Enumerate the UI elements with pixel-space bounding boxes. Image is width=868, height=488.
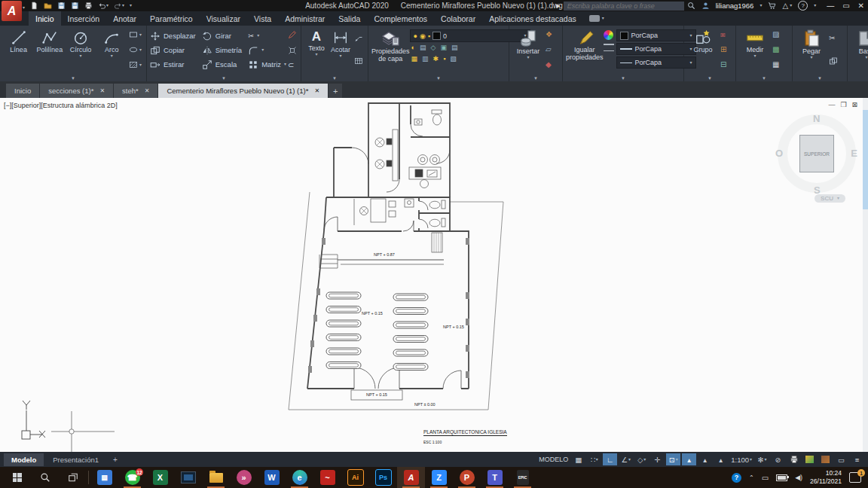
scale-button[interactable]: Escala	[202, 59, 242, 70]
customization-menu-button[interactable]: ≡	[850, 453, 864, 465]
group-button[interactable]: Grupo	[687, 27, 719, 53]
linetype-icon[interactable]	[604, 50, 614, 51]
drawing-canvas[interactable]: [−][Superior][Estructura alámbrica 2D] —…	[0, 98, 868, 452]
tab-aplicaciones-destacadas[interactable]: Aplicaciones destacadas	[482, 11, 583, 26]
edit-block-icon[interactable]: ▱	[546, 46, 552, 53]
tab-complementos[interactable]: Complementos	[367, 11, 434, 26]
layer-tool-icon[interactable]: ▤	[420, 44, 426, 51]
workspace-settings[interactable]: ✻▾	[755, 453, 769, 465]
layer-tool-icon[interactable]: ▣	[440, 44, 447, 51]
battery-icon[interactable]	[776, 474, 787, 481]
plot-status-button[interactable]	[787, 453, 801, 465]
viewport-minimize-icon[interactable]: —	[828, 101, 835, 108]
lineweight-icon[interactable]	[604, 44, 614, 45]
ungroup-icon[interactable]: ⧆	[720, 31, 726, 38]
annotation-scale-button[interactable]: ▴	[714, 453, 728, 465]
layer-tool-icon[interactable]: ▪	[443, 56, 445, 63]
circle-button[interactable]: Círculo▾	[66, 27, 96, 58]
tablet-icon[interactable]: ▭	[762, 474, 769, 482]
clip-button[interactable]: ⊂	[288, 62, 297, 69]
panel-modificar-expander[interactable]: ▼	[147, 75, 301, 81]
arc-button[interactable]: Arco▾	[96, 27, 127, 58]
layer-tool-icon[interactable]: ✱	[433, 56, 439, 63]
app-store-cart-icon[interactable]	[768, 2, 776, 10]
layer-tool-icon[interactable]: ◐	[411, 44, 415, 51]
search-icon[interactable]	[687, 2, 695, 10]
new-file-button[interactable]	[30, 2, 38, 10]
polyline-button[interactable]: Polilínea	[34, 27, 65, 53]
volume-icon[interactable]: ◀)	[795, 474, 802, 481]
scale-selector[interactable]: 1:100▾	[729, 453, 753, 465]
hardware-acceleration-button[interactable]	[818, 453, 833, 465]
block-attributes-icon[interactable]: ◆	[546, 61, 552, 69]
taskbar-clock[interactable]: 10:24 26/11/2021	[810, 469, 842, 486]
panel-capas-expander[interactable]: ▼	[368, 75, 509, 81]
insert-block-button[interactable]: Insertar▾	[512, 27, 544, 59]
rectangle-button[interactable]: ▾	[129, 30, 142, 39]
quick-select-icon[interactable]: ▨	[772, 31, 779, 38]
copy-button[interactable]: Copiar	[150, 45, 196, 56]
tab-anotar[interactable]: Anotar	[106, 11, 143, 26]
rotate-button[interactable]: Girar	[202, 31, 242, 41]
model-space-button[interactable]: MODELO	[537, 453, 570, 465]
tab-administrar[interactable]: Administrar	[278, 11, 332, 26]
scrollbar-thumb[interactable]	[863, 110, 868, 209]
help-tray-button[interactable]: ?	[732, 473, 741, 483]
panel-dibujo-expander[interactable]: ▼	[0, 75, 146, 81]
panel-propiedades-expander[interactable]: ▼	[563, 75, 683, 81]
viewport-controls-label[interactable]: [−][Superior][Estructura alámbrica 2D]	[4, 102, 118, 109]
canvas-scrollbar[interactable]	[863, 98, 868, 452]
trim-button[interactable]: ✂▾	[248, 32, 286, 40]
isometric-toggle[interactable]: ◇▾	[634, 453, 649, 465]
tray-expand-button[interactable]: ⌃	[749, 474, 754, 481]
polar-tracking-toggle[interactable]: ∠▾	[619, 453, 633, 465]
photoshop-button[interactable]: Ps	[369, 467, 397, 488]
autodesk-connect-icon[interactable]: △▾	[782, 2, 792, 10]
epic-games-button[interactable]: EPIC	[509, 467, 536, 488]
panel-base-expander[interactable]: ▼	[848, 75, 868, 81]
open-file-button[interactable]	[44, 2, 52, 10]
group-select-icon[interactable]: ⊟	[720, 61, 726, 69]
tab-visualizar[interactable]: Visualizar	[200, 11, 247, 26]
stretch-button[interactable]: Estirar	[150, 59, 196, 70]
help-caret-icon[interactable]: ▾	[814, 4, 816, 8]
excel-button[interactable]: X	[146, 467, 174, 488]
tab-inicio[interactable]: Inicio	[29, 11, 61, 26]
color-wheel-icon[interactable]	[604, 30, 613, 40]
save-button[interactable]	[57, 2, 66, 10]
viewport-restore-icon[interactable]: ❒	[840, 101, 846, 108]
microsoft-store-button[interactable]: ▤	[90, 467, 118, 488]
task-view-button[interactable]	[59, 467, 87, 488]
isolate-objects-button[interactable]: ⊘	[771, 453, 785, 465]
mirror-button[interactable]: Simetría	[202, 45, 242, 56]
file-tab-inicio[interactable]: Inicio	[6, 84, 39, 98]
zoom-button[interactable]: Z	[425, 467, 453, 488]
account-caret-icon[interactable]: ▾	[760, 4, 762, 8]
erase-button[interactable]	[288, 30, 297, 39]
copy-clip-icon[interactable]	[829, 56, 838, 66]
calculator-icon[interactable]: ▦	[772, 61, 779, 69]
user-icon[interactable]	[701, 2, 710, 10]
minimize-button[interactable]: —	[827, 2, 834, 10]
panel-anotacion-expander[interactable]: ▼	[301, 75, 368, 81]
qat-customize-caret-icon[interactable]: ▾	[130, 4, 132, 8]
graphics-performance-button[interactable]	[802, 453, 817, 465]
autocad-app-logo[interactable]: A	[2, 1, 22, 21]
search-input[interactable]	[564, 2, 684, 11]
ortho-toggle[interactable]: ∟	[603, 453, 617, 465]
close-tab-icon[interactable]: ✕	[99, 87, 105, 94]
hatch-button[interactable]: ▾	[129, 60, 142, 69]
autocad-taskbar-button[interactable]: A	[397, 467, 425, 488]
panel-portapapeles-expander[interactable]: ▼	[793, 75, 847, 81]
restore-button[interactable]: ▭	[842, 2, 849, 10]
undo-button[interactable]: ▾	[98, 2, 108, 10]
tab-parametrico[interactable]: Paramétrico	[143, 11, 200, 26]
array-button[interactable]: Matriz▾	[248, 59, 286, 70]
file-tab-cementerio-active[interactable]: Cementerio Miraflores Pueblo Nuevo (1) (…	[158, 84, 328, 98]
group-edit-icon[interactable]: ⊞	[720, 46, 726, 53]
panel-bloque-expander[interactable]: ▼	[509, 75, 562, 81]
word-button[interactable]: W	[258, 467, 286, 488]
autoscale-toggle[interactable]: ▴	[698, 453, 712, 465]
tab-insercion[interactable]: Inserción	[61, 11, 107, 26]
file-tab-secciones[interactable]: secciones (1)* ✕	[40, 84, 113, 98]
